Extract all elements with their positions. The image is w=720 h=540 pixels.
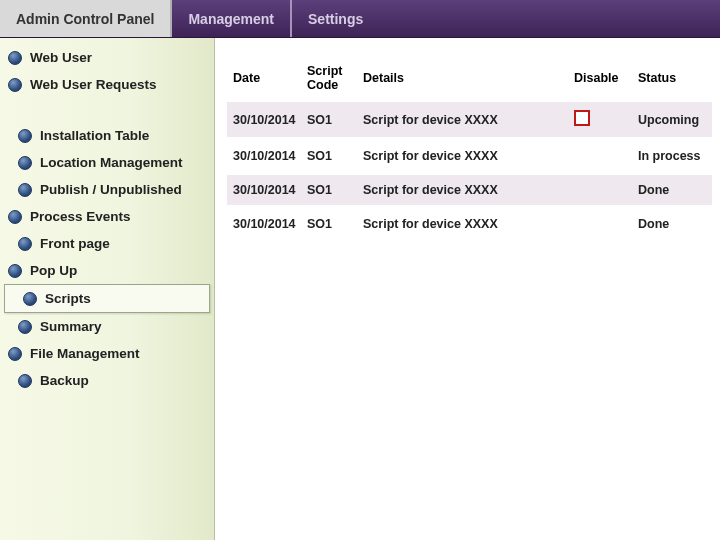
col-header-date: Date <box>227 56 301 101</box>
col-header-details: Details <box>357 56 568 101</box>
sidebar-item-label: Web User <box>30 50 92 65</box>
cell-status: Done <box>632 207 712 241</box>
bullet-icon <box>8 264 22 278</box>
sidebar-item-label: Process Events <box>30 209 131 224</box>
sidebar-item-label: Summary <box>40 319 102 334</box>
bullet-icon <box>18 156 32 170</box>
cell-status: Done <box>632 173 712 207</box>
main-area: Web User Web User Requests Installation … <box>0 38 720 540</box>
sidebar-item-front-page[interactable]: Front page <box>0 230 214 257</box>
bullet-icon <box>18 237 32 251</box>
sidebar: Web User Web User Requests Installation … <box>0 38 215 540</box>
sidebar-item-label: Backup <box>40 373 89 388</box>
cell-details: Script for device XXXX <box>357 207 568 241</box>
top-nav: Admin Control Panel Management Settings <box>0 0 720 38</box>
cell-code: SO1 <box>301 139 357 173</box>
cell-details: Script for device XXXX <box>357 173 568 207</box>
cell-status: Upcoming <box>632 101 712 139</box>
sidebar-item-label: Installation Table <box>40 128 149 143</box>
sidebar-item-label: Publish / Unpublished <box>40 182 182 197</box>
table-row[interactable]: 30/10/2014 SO1 Script for device XXXX Up… <box>227 101 712 139</box>
sidebar-item-process-events[interactable]: Process Events <box>0 203 214 230</box>
content-area: Date Script Code Details Disable Status … <box>215 38 720 540</box>
col-header-code: Script Code <box>301 56 357 101</box>
sidebar-item-summary[interactable]: Summary <box>0 313 214 340</box>
sidebar-item-scripts[interactable]: Scripts <box>4 284 210 313</box>
sidebar-item-publish-unpublished[interactable]: Publish / Unpublished <box>0 176 214 203</box>
bullet-icon <box>23 292 37 306</box>
cell-details: Script for device XXXX <box>357 139 568 173</box>
sidebar-item-web-user[interactable]: Web User <box>0 44 214 71</box>
cell-code: SO1 <box>301 207 357 241</box>
scripts-table: Date Script Code Details Disable Status … <box>227 56 712 243</box>
sidebar-item-label: Front page <box>40 236 110 251</box>
table-header-row: Date Script Code Details Disable Status <box>227 56 712 101</box>
bullet-icon <box>8 347 22 361</box>
bullet-icon <box>8 78 22 92</box>
cell-disable <box>568 101 632 139</box>
sidebar-item-backup[interactable]: Backup <box>0 367 214 394</box>
sidebar-item-location-management[interactable]: Location Management <box>0 149 214 176</box>
cell-date: 30/10/2014 <box>227 139 301 173</box>
col-header-disable: Disable <box>568 56 632 101</box>
tab-label: Admin Control Panel <box>16 11 154 27</box>
tab-admin-control-panel[interactable]: Admin Control Panel <box>0 0 172 37</box>
bullet-icon <box>18 374 32 388</box>
sidebar-item-label: Pop Up <box>30 263 77 278</box>
sidebar-item-label: Web User Requests <box>30 77 157 92</box>
sidebar-item-web-user-requests[interactable]: Web User Requests <box>0 71 214 98</box>
cell-date: 30/10/2014 <box>227 207 301 241</box>
table-row[interactable]: 30/10/2014 SO1 Script for device XXXX Do… <box>227 207 712 241</box>
sidebar-item-pop-up[interactable]: Pop Up <box>0 257 214 284</box>
cell-disable <box>568 173 632 207</box>
table-row[interactable]: 30/10/2014 SO1 Script for device XXXX In… <box>227 139 712 173</box>
col-header-status: Status <box>632 56 712 101</box>
cell-date: 30/10/2014 <box>227 173 301 207</box>
bullet-icon <box>18 129 32 143</box>
sidebar-item-file-management[interactable]: File Management <box>0 340 214 367</box>
cell-code: SO1 <box>301 101 357 139</box>
tab-label: Settings <box>308 11 363 27</box>
bullet-icon <box>18 183 32 197</box>
sidebar-item-label: File Management <box>30 346 140 361</box>
sidebar-item-label: Location Management <box>40 155 183 170</box>
sidebar-item-installation-table[interactable]: Installation Table <box>0 122 214 149</box>
cell-disable <box>568 207 632 241</box>
cell-code: SO1 <box>301 173 357 207</box>
tab-settings[interactable]: Settings <box>292 0 379 37</box>
disable-checkbox-icon[interactable] <box>574 110 590 126</box>
table-row[interactable]: 30/10/2014 SO1 Script for device XXXX Do… <box>227 173 712 207</box>
cell-details: Script for device XXXX <box>357 101 568 139</box>
sidebar-item-label: Scripts <box>45 291 91 306</box>
cell-status: In process <box>632 139 712 173</box>
bullet-icon <box>8 210 22 224</box>
cell-date: 30/10/2014 <box>227 101 301 139</box>
cell-disable <box>568 139 632 173</box>
bullet-icon <box>18 320 32 334</box>
tab-management[interactable]: Management <box>172 0 292 37</box>
tab-label: Management <box>188 11 274 27</box>
sidebar-gap <box>0 98 214 122</box>
bullet-icon <box>8 51 22 65</box>
